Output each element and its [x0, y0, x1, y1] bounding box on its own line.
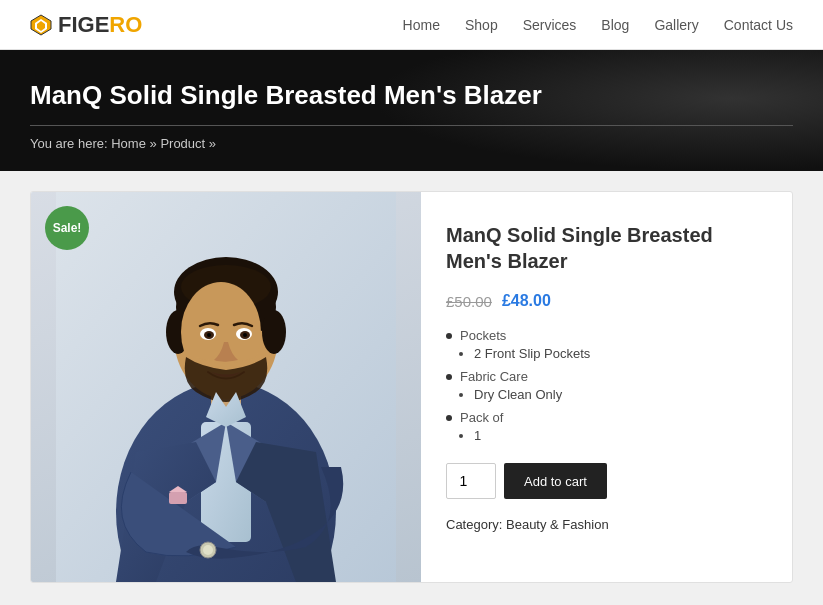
nav-item-services: Services	[523, 17, 577, 33]
category-label: Category:	[446, 517, 502, 532]
features-list: Pockets 2 Front Slip Pockets Fabric Care…	[446, 328, 767, 443]
add-to-cart-row: Add to cart	[446, 463, 767, 499]
feature-item-pack: Pack of 1	[446, 410, 767, 443]
feature-label-pockets: Pockets	[446, 328, 767, 343]
main-nav: Home Shop Services Blog Gallery Contact …	[403, 17, 793, 33]
product-details: ManQ Solid Single Breasted Men's Blazer …	[421, 192, 792, 582]
hero-title: ManQ Solid Single Breasted Men's Blazer	[30, 80, 793, 111]
header: FIGERO Home Shop Services Blog Gallery C…	[0, 0, 823, 50]
product-illustration	[56, 192, 396, 582]
feature-item-fabric: Fabric Care Dry Clean Only	[446, 369, 767, 402]
feature-label-fabric: Fabric Care	[446, 369, 767, 384]
svg-rect-6	[169, 492, 187, 504]
nav-item-home: Home	[403, 17, 440, 33]
feature-item-pockets: Pockets 2 Front Slip Pockets	[446, 328, 767, 361]
nav-item-gallery: Gallery	[654, 17, 698, 33]
sale-badge: Sale!	[45, 206, 89, 250]
nav-link-shop[interactable]: Shop	[465, 17, 498, 33]
nav-item-contact: Contact Us	[724, 17, 793, 33]
breadcrumb-prefix: You are here:	[30, 136, 108, 151]
pockets-sub-list: 2 Front Slip Pockets	[474, 346, 767, 361]
fabric-item-1: Dry Clean Only	[474, 387, 767, 402]
feature-label-pack: Pack of	[446, 410, 767, 425]
fabric-sub-list: Dry Clean Only	[474, 387, 767, 402]
category-value: Beauty & Fashion	[506, 517, 609, 532]
breadcrumb-product[interactable]: Product	[160, 136, 205, 151]
breadcrumb-home[interactable]: Home	[111, 136, 146, 151]
pack-sub-list: 1	[474, 428, 767, 443]
svg-point-23	[243, 333, 247, 337]
breadcrumb-end: »	[205, 136, 216, 151]
nav-link-home[interactable]: Home	[403, 17, 440, 33]
nav-link-blog[interactable]: Blog	[601, 17, 629, 33]
svg-point-8	[203, 545, 213, 555]
nav-item-blog: Blog	[601, 17, 629, 33]
svg-point-16	[262, 310, 286, 354]
main-content: Sale!	[0, 171, 823, 603]
nav-list: Home Shop Services Blog Gallery Contact …	[403, 17, 793, 33]
breadcrumb: You are here: Home » Product »	[30, 125, 793, 151]
price-wrap: £50.00 £48.00	[446, 292, 767, 310]
svg-point-22	[207, 333, 211, 337]
product-title: ManQ Solid Single Breasted Men's Blazer	[446, 222, 767, 274]
pack-item-1: 1	[474, 428, 767, 443]
product-image-wrap: Sale!	[31, 192, 421, 582]
price-original: £50.00	[446, 293, 492, 310]
nav-link-contact[interactable]: Contact Us	[724, 17, 793, 33]
price-sale: £48.00	[502, 292, 551, 310]
hero-banner: ManQ Solid Single Breasted Men's Blazer …	[0, 50, 823, 171]
quantity-input[interactable]	[446, 463, 496, 499]
pocket-item-1: 2 Front Slip Pockets	[474, 346, 767, 361]
add-to-cart-button[interactable]: Add to cart	[504, 463, 607, 499]
logo-text-fige: FIGE	[58, 12, 109, 38]
logo[interactable]: FIGERO	[30, 12, 142, 38]
product-image	[31, 192, 421, 582]
logo-icon	[30, 14, 52, 36]
nav-item-shop: Shop	[465, 17, 498, 33]
nav-link-services[interactable]: Services	[523, 17, 577, 33]
category-text: Category: Beauty & Fashion	[446, 517, 767, 532]
logo-text-ro: RO	[109, 12, 142, 38]
product-card: Sale!	[30, 191, 793, 583]
nav-link-gallery[interactable]: Gallery	[654, 17, 698, 33]
breadcrumb-sep1: »	[146, 136, 160, 151]
